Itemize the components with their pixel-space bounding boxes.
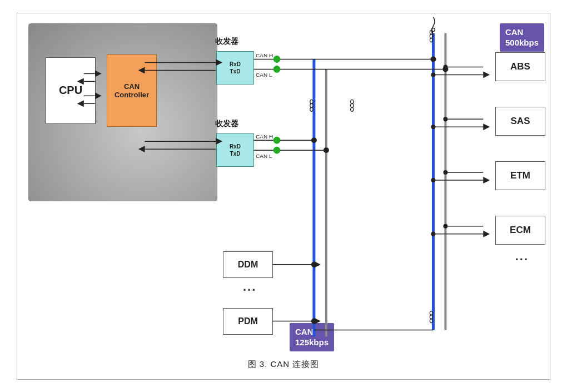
- svg-point-45: [431, 178, 435, 182]
- device-box-ddm: DDM: [223, 251, 273, 278]
- svg-point-35: [443, 64, 447, 69]
- transceiver-1-rx: RxD: [230, 61, 241, 68]
- svg-point-37: [431, 72, 435, 77]
- device-box-pdm: PDM: [223, 308, 273, 335]
- svg-point-13: [273, 66, 280, 72]
- can-controller-label: CAN Controller: [115, 82, 149, 99]
- diagram-area: CPU CAN Controller 收发器 RxD TxD 收发器 RxD T…: [17, 13, 550, 358]
- outer-border: CPU CAN Controller 收发器 RxD TxD 收发器 RxD T…: [17, 13, 550, 380]
- svg-point-49: [431, 231, 435, 236]
- svg-point-18: [273, 137, 280, 143]
- svg-point-12: [273, 56, 280, 62]
- svg-point-29: [324, 147, 329, 153]
- transceiver-2-rx: RxD: [230, 143, 241, 150]
- can-badge-125: CAN125kbps: [290, 323, 334, 351]
- can-badge-500: CAN500kbps: [500, 23, 544, 52]
- caption-text: 图 3. CAN 连接图: [248, 356, 320, 371]
- svg-point-32: [430, 56, 436, 62]
- svg-text:CAN L: CAN L: [256, 153, 272, 159]
- device-box-etm: ETM: [495, 161, 545, 190]
- svg-point-33: [442, 66, 448, 72]
- caption-area: 图 3. CAN 连接图: [17, 358, 550, 373]
- svg-text:CAN L: CAN L: [256, 72, 272, 78]
- transceiver-1-tx: TxD: [230, 68, 241, 75]
- device-box-ecm: ECM: [495, 216, 545, 245]
- svg-point-19: [273, 147, 280, 153]
- device-box-abs: ABS: [495, 52, 545, 81]
- transceiver-box-1: RxD TxD: [216, 51, 254, 85]
- svg-point-28: [311, 137, 317, 143]
- transceiver-box-2: RxD TxD: [216, 133, 254, 167]
- dots-right: ···: [515, 252, 529, 267]
- cpu-box: CPU: [46, 57, 96, 124]
- svg-point-43: [443, 170, 447, 175]
- svg-text:CAN H: CAN H: [256, 133, 273, 140]
- cpu-label: CPU: [59, 84, 82, 97]
- svg-text:CAN H: CAN H: [256, 52, 273, 58]
- device-box-sas: SAS: [495, 107, 545, 136]
- transceiver-label-2: 收发器: [215, 119, 238, 129]
- svg-point-51: [311, 261, 317, 267]
- transceiver-2-tx: TxD: [230, 150, 241, 157]
- ecu-box: CPU CAN Controller: [28, 23, 217, 201]
- svg-point-47: [443, 224, 447, 228]
- can-controller-box: CAN Controller: [107, 54, 157, 127]
- dots-bottom: ···: [243, 283, 256, 297]
- transceiver-label-1: 收发器: [215, 37, 238, 47]
- svg-point-41: [431, 125, 435, 129]
- svg-point-39: [443, 117, 447, 121]
